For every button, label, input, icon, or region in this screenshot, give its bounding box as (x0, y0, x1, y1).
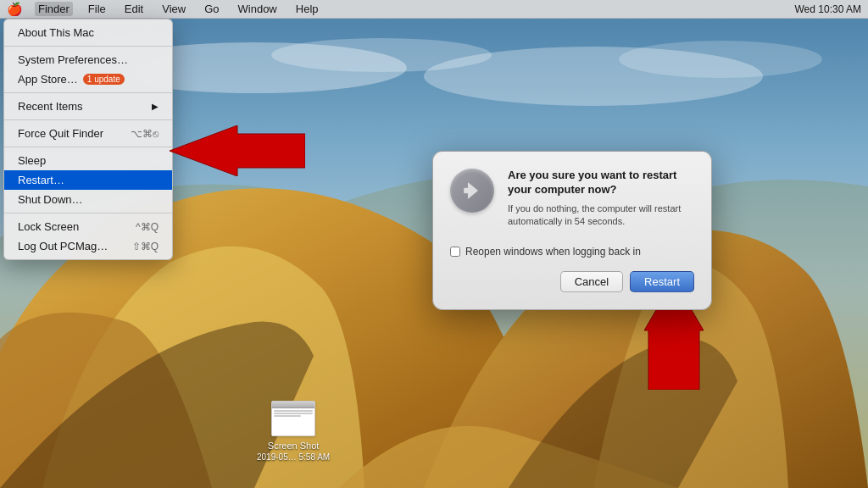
menu-separator-3 (4, 119, 172, 120)
menu-system-preferences[interactable]: System Preferences… (4, 50, 172, 69)
thumbnail-line (274, 410, 313, 412)
menubar-right: Wed 10:30 AM (795, 3, 862, 15)
cancel-button[interactable]: Cancel (560, 271, 623, 292)
dialog-buttons: Cancel Restart (450, 271, 694, 292)
menu-separator-1 (4, 46, 172, 47)
dialog-body: If you do nothing, the computer will res… (508, 202, 694, 229)
menubar-window[interactable]: Window (235, 2, 281, 16)
thumbnail-header (272, 402, 314, 408)
menubar-edit[interactable]: Edit (121, 2, 147, 16)
menu-lock-screen[interactable]: Lock Screen ^⌘Q (4, 217, 172, 236)
svg-point-4 (619, 41, 822, 78)
menubar-file[interactable]: File (85, 2, 109, 16)
apple-menu-trigger[interactable]: 🍎 (7, 2, 23, 17)
reopen-windows-label[interactable]: Reopen windows when logging back in (465, 246, 641, 258)
thumbnail-line (274, 413, 313, 414)
menu-separator-4 (4, 147, 172, 147)
lock-screen-shortcut: ^⌘Q (136, 221, 159, 233)
menubar-finder[interactable]: Finder (35, 2, 73, 16)
force-quit-shortcut: ⌥⌘⎋ (131, 128, 159, 140)
menu-logout[interactable]: Log Out PCMag… ⇧⌘Q (4, 236, 172, 256)
logout-shortcut: ⇧⌘Q (132, 241, 159, 252)
menubar-view[interactable]: View (159, 2, 189, 16)
menu-shutdown[interactable]: Shut Down… (4, 190, 172, 209)
menu-force-quit[interactable]: Force Quit Finder ⌥⌘⎋ (4, 124, 172, 143)
dialog-title: Are you sure you want to restart your co… (508, 169, 694, 197)
restart-button[interactable]: Restart (630, 271, 694, 292)
app-store-with-badge: App Store… 1 update (18, 73, 125, 86)
restart-icon-svg (460, 179, 484, 202)
menu-separator-5 (4, 213, 172, 214)
screenshot-thumbnail (271, 401, 315, 436)
reopen-windows-checkbox[interactable] (450, 247, 460, 257)
restart-dialog: Are you sure you want to restart your co… (432, 151, 712, 310)
update-badge: 1 update (83, 74, 125, 85)
menubar-clock: Wed 10:30 AM (795, 3, 862, 15)
menubar-help[interactable]: Help (292, 2, 322, 16)
menu-app-store[interactable]: App Store… 1 update (4, 69, 172, 89)
dialog-text-area: Are you sure you want to restart your co… (508, 169, 694, 232)
apple-dropdown-menu: About This Mac System Preferences… App S… (3, 19, 173, 260)
submenu-arrow-icon: ▶ (152, 102, 159, 111)
thumbnail-body (272, 408, 314, 435)
screenshot-label: Screen Shot 2019-05… 5:58 AM (257, 440, 330, 463)
dialog-content: Are you sure you want to restart your co… (450, 169, 694, 232)
menu-restart[interactable]: Restart… (4, 170, 172, 190)
dialog-checkbox-row: Reopen windows when logging back in (450, 246, 694, 258)
restart-icon (450, 169, 494, 213)
menubar: 🍎 Finder File Edit View Go Window Help W… (0, 0, 868, 19)
svg-marker-5 (170, 125, 305, 176)
menu-about-this-mac[interactable]: About This Mac (4, 23, 172, 42)
thumbnail-line (274, 415, 301, 417)
svg-marker-7 (465, 183, 478, 199)
menu-recent-items[interactable]: Recent Items ▶ (4, 97, 172, 116)
arrow-left-indicator (170, 125, 305, 180)
menu-sleep[interactable]: Sleep (4, 151, 172, 170)
menu-separator-2 (4, 92, 172, 93)
screenshot-desktop-icon[interactable]: Screen Shot 2019-05… 5:58 AM (257, 401, 330, 463)
menubar-go[interactable]: Go (201, 2, 222, 16)
